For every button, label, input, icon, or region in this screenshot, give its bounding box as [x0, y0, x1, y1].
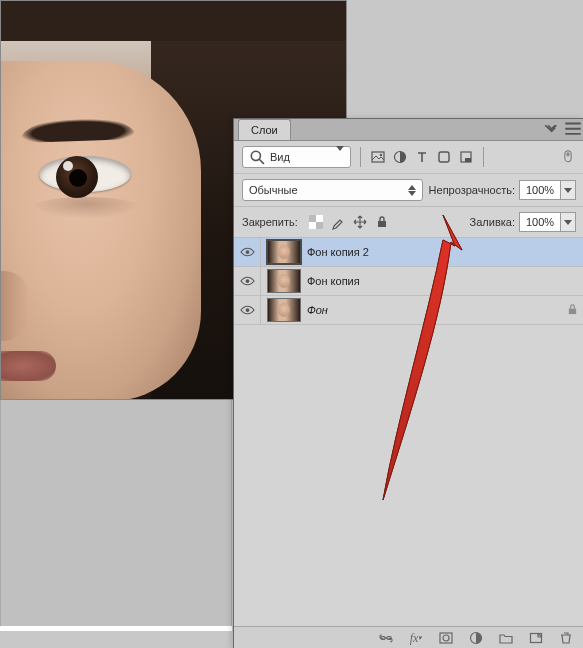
- fill-input[interactable]: 100%: [519, 212, 561, 232]
- svg-point-2: [380, 154, 382, 156]
- visibility-toggle[interactable]: [234, 238, 261, 266]
- layer-name[interactable]: Фон копия: [307, 275, 360, 287]
- lock-position-icon[interactable]: [352, 214, 368, 230]
- panel-menu-icon[interactable]: [564, 122, 582, 136]
- opacity-label: Непрозрачность:: [429, 184, 515, 196]
- panel-bottom-bar: fx▾: [234, 626, 583, 648]
- adjustments-icon[interactable]: [392, 149, 408, 165]
- lock-all-icon[interactable]: [374, 214, 390, 230]
- layer-style-icon[interactable]: fx▾: [408, 630, 424, 646]
- fill-label: Заливка:: [470, 216, 515, 228]
- svg-rect-6: [465, 158, 471, 162]
- link-layers-icon[interactable]: [378, 630, 394, 646]
- svg-point-21: [443, 635, 449, 641]
- svg-rect-8: [566, 152, 569, 156]
- canvas-bottom-edge: [0, 626, 232, 631]
- svg-rect-17: [569, 308, 576, 314]
- svg-point-15: [245, 279, 249, 283]
- opacity-input[interactable]: 100%: [519, 180, 561, 200]
- svg-point-16: [245, 308, 249, 312]
- layer-row[interactable]: Фон копия 2: [234, 238, 583, 267]
- lock-transparent-icon[interactable]: [308, 214, 324, 230]
- opacity-dropdown-icon[interactable]: [561, 180, 576, 200]
- layer-list: Фон копия 2 Фон копия Фон: [234, 238, 583, 325]
- svg-rect-4: [439, 152, 449, 162]
- svg-rect-11: [316, 215, 323, 222]
- svg-rect-9: [309, 215, 316, 222]
- filter-toggle-icon[interactable]: [560, 149, 576, 165]
- type-icon[interactable]: [414, 149, 430, 165]
- layer-name[interactable]: Фон копия 2: [307, 246, 369, 258]
- smartobject-icon[interactable]: [458, 149, 474, 165]
- shape-icon[interactable]: [436, 149, 452, 165]
- layer-name[interactable]: Фон: [307, 304, 328, 316]
- layer-thumbnail[interactable]: [267, 240, 301, 264]
- svg-point-0: [251, 151, 260, 160]
- blend-mode-select[interactable]: Обычные: [242, 179, 423, 201]
- filter-kind-select[interactable]: Вид: [242, 146, 351, 168]
- lock-pixels-icon[interactable]: [330, 214, 346, 230]
- lock-label: Закрепить:: [242, 216, 298, 228]
- filter-kind-label: Вид: [270, 151, 290, 163]
- layer-mask-icon[interactable]: [438, 630, 454, 646]
- svg-rect-1: [372, 152, 384, 162]
- svg-rect-13: [378, 221, 386, 227]
- adjustment-layer-icon[interactable]: [468, 630, 484, 646]
- layer-row[interactable]: Фон: [234, 296, 583, 325]
- svg-rect-10: [316, 222, 323, 229]
- layer-thumbnail[interactable]: [267, 269, 301, 293]
- blend-mode-value: Обычные: [249, 184, 298, 196]
- image-icon[interactable]: [370, 149, 386, 165]
- visibility-toggle[interactable]: [234, 267, 261, 295]
- new-layer-icon[interactable]: [528, 630, 544, 646]
- tab-layers[interactable]: Слои: [238, 119, 291, 140]
- svg-rect-12: [309, 222, 316, 229]
- panel-collapse-icon[interactable]: [544, 122, 562, 136]
- fill-dropdown-icon[interactable]: [561, 212, 576, 232]
- blend-opacity-row: Обычные Непрозрачность: 100%: [234, 174, 583, 207]
- visibility-toggle[interactable]: [234, 296, 261, 324]
- lock-fill-row: Закрепить: Заливка: 100%: [234, 207, 583, 238]
- svg-point-14: [245, 250, 249, 254]
- layer-filter-row: Вид: [234, 141, 583, 174]
- lock-icon: [567, 303, 578, 318]
- panel-tabbar: Слои: [234, 119, 583, 141]
- layers-panel: Слои Вид Об: [233, 118, 583, 648]
- layer-row[interactable]: Фон копия: [234, 267, 583, 296]
- workspace: Слои Вид Об: [0, 0, 583, 648]
- layer-thumbnail[interactable]: [267, 298, 301, 322]
- group-icon[interactable]: [498, 630, 514, 646]
- delete-layer-icon[interactable]: [558, 630, 574, 646]
